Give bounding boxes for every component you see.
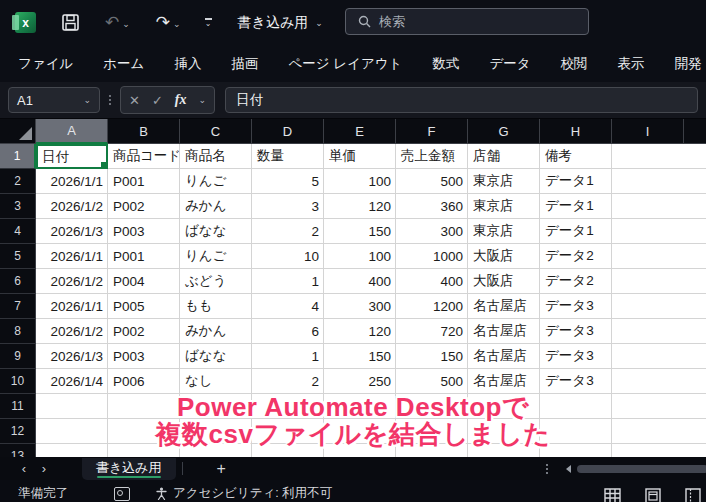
row-header-11[interactable]: 11 [0,394,36,419]
cell-partial-5[interactable] [612,244,706,269]
fill-handle[interactable] [100,161,107,168]
row-header-10[interactable]: 10 [0,369,36,394]
cell-C4[interactable]: ばなな [180,219,252,244]
normal-view-icon[interactable] [604,488,621,502]
cell-H12[interactable] [540,419,612,444]
cell-F2[interactable]: 500 [396,169,468,194]
cell-F3[interactable]: 360 [396,194,468,219]
cell-A12[interactable] [36,419,108,444]
ribbon-tab-file[interactable]: ファイル [18,55,73,73]
cell-F10[interactable]: 500 [396,369,468,394]
select-all-button[interactable] [0,119,36,144]
row-header-5[interactable]: 5 [0,244,36,269]
column-header-partial[interactable] [684,119,706,144]
scroll-left-icon[interactable] [566,465,571,473]
column-header-F[interactable]: F [396,119,468,144]
cell-C2[interactable]: りんご [180,169,252,194]
cell-A3[interactable]: 2026/1/2 [36,194,108,219]
cell-H4[interactable]: データ1 [540,219,612,244]
cell-H5[interactable]: データ2 [540,244,612,269]
cell-B12[interactable] [108,419,180,444]
ribbon-tab-review[interactable]: 校閲 [561,55,588,73]
cell-D11[interactable] [252,394,324,419]
ribbon-tab-view[interactable]: 表示 [618,55,645,73]
cell-F6[interactable]: 400 [396,269,468,294]
cell-C6[interactable]: ぶどう [180,269,252,294]
cell-B11[interactable] [108,394,180,419]
cell-D4[interactable]: 2 [252,219,324,244]
undo-button[interactable]: ↶⌄ [105,12,130,33]
cell-A9[interactable]: 2026/1/3 [36,344,108,369]
cell-G8[interactable]: 名古屋店 [468,319,540,344]
cell-D10[interactable]: 2 [252,369,324,394]
column-header-C[interactable]: C [180,119,252,144]
cell-E6[interactable]: 400 [324,269,396,294]
redo-button[interactable]: ↷⌄ [156,12,181,33]
prev-sheet-button[interactable]: ‹ [14,461,34,476]
cell-F8[interactable]: 720 [396,319,468,344]
cell-A10[interactable]: 2026/1/4 [36,369,108,394]
page-layout-view-icon[interactable] [645,488,661,502]
cell-G2[interactable]: 東京店 [468,169,540,194]
cell-C1[interactable]: 商品名 [180,144,252,169]
column-header-E[interactable]: E [324,119,396,144]
sheet-options-button[interactable] [546,464,548,474]
formula-bar-grip[interactable] [109,95,111,105]
cell-E8[interactable]: 120 [324,319,396,344]
cell-B8[interactable]: P002 [108,319,180,344]
column-header-A[interactable]: A [36,119,108,144]
accessibility-status[interactable]: アクセシビリティ: 利用不可 [156,485,332,502]
add-sheet-button[interactable]: + [217,460,226,478]
cell-F9[interactable]: 150 [396,344,468,369]
cell-C11[interactable] [180,394,252,419]
cell-H10[interactable]: データ3 [540,369,612,394]
cell-B2[interactable]: P001 [108,169,180,194]
column-header-I[interactable]: I [612,119,684,144]
cell-G3[interactable]: 東京店 [468,194,540,219]
row-header-8[interactable]: 8 [0,319,36,344]
cell-H9[interactable]: データ3 [540,344,612,369]
cell-F4[interactable]: 300 [396,219,468,244]
cell-G5[interactable]: 大阪店 [468,244,540,269]
row-header-1[interactable]: 1 [0,144,36,169]
cell-E1[interactable]: 単価 [324,144,396,169]
confirm-entry-button[interactable]: ✓ [152,93,163,108]
column-header-D[interactable]: D [252,119,324,144]
column-header-G[interactable]: G [468,119,540,144]
insert-function-button[interactable]: fx [175,92,187,108]
cell-E3[interactable]: 120 [324,194,396,219]
ribbon-tab-data[interactable]: データ [489,55,530,73]
cell-G12[interactable] [468,419,540,444]
cell-B4[interactable]: P003 [108,219,180,244]
ribbon-tab-home[interactable]: ホーム [103,55,144,73]
cell-D12[interactable] [252,419,324,444]
cell-A1[interactable]: 日付 [36,144,108,169]
cell-D1[interactable]: 数量 [252,144,324,169]
cell-partial-3[interactable] [612,194,706,219]
cell-partial-12[interactable] [612,419,706,444]
cell-H3[interactable]: データ1 [540,194,612,219]
formula-input[interactable]: 日付 [225,87,698,113]
cell-C3[interactable]: みかん [180,194,252,219]
cell-C5[interactable]: りんご [180,244,252,269]
search-input[interactable]: 検索 [345,8,589,35]
next-sheet-button[interactable]: › [34,461,54,476]
horizontal-scrollbar[interactable] [577,465,706,473]
cell-B9[interactable]: P003 [108,344,180,369]
cell-G11[interactable] [468,394,540,419]
macro-record-icon[interactable] [114,487,130,501]
cell-F1[interactable]: 売上金額 [396,144,468,169]
cell-A11[interactable] [36,394,108,419]
cell-H1[interactable]: 備考 [540,144,612,169]
cell-partial-2[interactable] [612,169,706,194]
column-header-B[interactable]: B [108,119,180,144]
cell-C10[interactable]: なし [180,369,252,394]
row-header-2[interactable]: 2 [0,169,36,194]
cell-F7[interactable]: 1200 [396,294,468,319]
cell-F11[interactable] [396,394,468,419]
cell-A5[interactable]: 2026/1/1 [36,244,108,269]
ribbon-tab-developer[interactable]: 開発 [675,55,702,73]
cell-C12[interactable] [180,419,252,444]
cell-H7[interactable]: データ3 [540,294,612,319]
cell-G1[interactable]: 店舗 [468,144,540,169]
